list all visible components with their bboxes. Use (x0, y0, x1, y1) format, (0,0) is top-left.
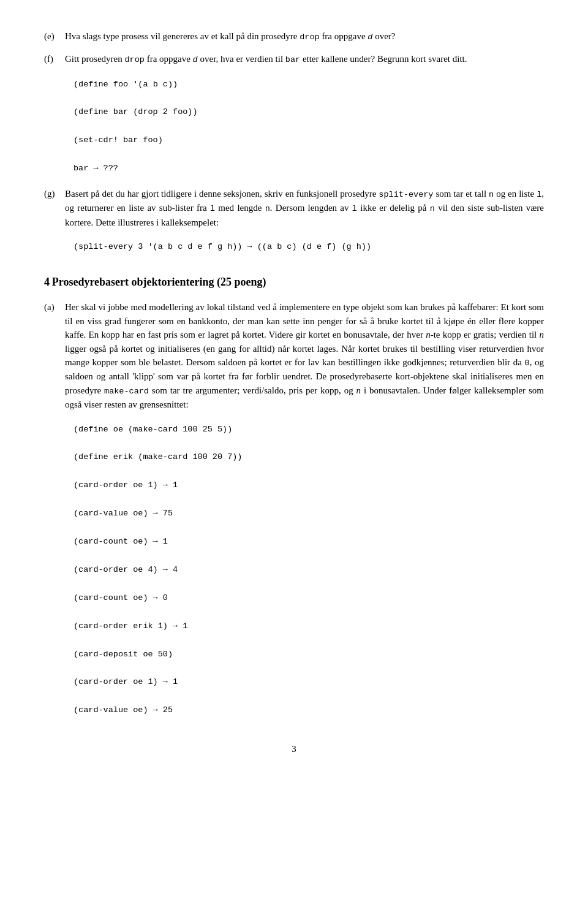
code-4a-line-13: (card-count oe) → 0 (74, 591, 544, 605)
text-4a-5: som tar tre argumenter; verdi/saldo, pri… (149, 385, 356, 395)
label-f: (f) (44, 52, 61, 66)
code-4a-line-6 (74, 493, 544, 507)
code-4a-line-11: (card-order oe 4) → 4 (74, 563, 544, 577)
italic-n-2: n (540, 330, 545, 340)
question-g: (g) Basert på det du har gjort tidligere… (44, 187, 544, 229)
code-line-f-2 (74, 91, 544, 105)
code-4a-line-1: (define oe (make-card 100 25 5)) (74, 423, 544, 437)
text-g-1: Basert på det du har gjort tidligere i d… (65, 189, 379, 199)
code-foo-highlight: foo (113, 80, 128, 89)
code-0: 0 (525, 359, 530, 368)
code-drop-f: drop (124, 55, 144, 64)
code-4a-line-5: (card-order oe 1) → 1 (74, 479, 544, 493)
code-4a-line-18 (74, 661, 544, 675)
text-g-6: . Dersom lengden av (270, 203, 352, 213)
code-4a-line-3: (define erik (make-card 100 20 7)) (74, 450, 544, 465)
label-e: (e) (44, 29, 61, 44)
code-4a-line-12 (74, 577, 544, 591)
content-e: Hva slags type prosess vil genereres av … (65, 29, 544, 44)
code-line-f-4 (74, 120, 544, 134)
code-4a-line-17: (card-deposit oe 50) (74, 648, 544, 662)
text-e-1: Hva slags type prosess vil genereres av … (65, 31, 300, 41)
code-4a-line-21: (card-value oe) → 25 (74, 704, 544, 718)
section-4-heading: 4 Prosedyrebasert objektorientering (25 … (44, 274, 544, 290)
code-n-g: n (489, 190, 494, 199)
italic-n-1: n (426, 330, 431, 340)
page-number: 3 (44, 742, 544, 756)
code-l3-g: l (352, 204, 357, 213)
code-line-f-5: (set-cdr! bar foo) (74, 134, 544, 148)
content-g: Basert på det du har gjort tidligere i d… (65, 187, 544, 229)
code-4a-line-14 (74, 605, 544, 620)
text-e-2: fra oppgave (320, 31, 368, 41)
code-4a-line-7: (card-value oe) → 75 (74, 507, 544, 521)
code-line-f-7: bar → ??? (74, 162, 544, 176)
code-block-f: (define foo '(a b c)) (define bar (drop … (74, 78, 544, 176)
content-f: Gitt prosedyren drop fra oppgave d over,… (65, 52, 544, 66)
code-4a-line-8 (74, 521, 544, 535)
code-4a-line-16 (74, 634, 544, 648)
code-4a-line-2 (74, 436, 544, 450)
text-g-7: ikke er delelig på (357, 203, 430, 213)
code-n2-g: n (265, 204, 270, 213)
code-4a-line-10 (74, 549, 544, 563)
code-l2-g: l (210, 204, 215, 213)
code-n3-g: n (430, 204, 435, 213)
question-4a: (a) Her skal vi jobbe med modellering av… (44, 300, 544, 412)
section-4-title-text: Prosedyrebasert objektorientering (25 po… (52, 276, 266, 288)
label-4a: (a) (44, 300, 61, 412)
text-g-5: med lengde (215, 203, 265, 213)
text-4a-3: ligger også på kortet og initialiseres (… (65, 344, 544, 368)
section-4-title: 4 (44, 276, 50, 288)
italic-n-3: n (356, 385, 361, 395)
code-drop-e: drop (300, 32, 319, 42)
text-e-3: over? (372, 31, 395, 41)
code-bar-f: bar (285, 55, 300, 64)
text-f-1: Gitt prosedyren (65, 54, 124, 64)
text-f-3: over, hva er verdien til (198, 54, 285, 64)
code-4a-line-15: (card-order erik 1) → 1 (74, 620, 544, 634)
text-g-3: og en liste (494, 189, 537, 199)
code-4a-line-9: (card-count oe) → 1 (74, 535, 544, 549)
code-line-f-6 (74, 148, 544, 162)
code-split-every: split-every (379, 190, 433, 199)
text-4a-2: -te kopp er gratis; verdien til (431, 330, 540, 340)
content-4a: Her skal vi jobbe med modellering av lok… (65, 300, 544, 412)
text-f-2: fra oppgave (145, 54, 193, 64)
code-4a-line-4 (74, 465, 544, 479)
code-block-4a: (define oe (make-card 100 25 5)) (define… (74, 423, 544, 718)
code-4a-line-19: (card-order oe 1) → 1 (74, 675, 544, 689)
code-4a-line-20 (74, 689, 544, 704)
question-f: (f) Gitt prosedyren drop fra oppgave d o… (44, 52, 544, 66)
code-block-g: (split-every 3 '(a b c d e f g h)) → ((a… (74, 240, 544, 254)
question-e: (e) Hva slags type prosess vil genereres… (44, 29, 544, 44)
code-d-f: d (193, 55, 198, 64)
text-f-4: etter kallene under? Begrunn kort svaret… (300, 54, 467, 64)
code-line-f-3: (define bar (drop 2 foo)) (74, 105, 544, 120)
code-line-f-1: (define foo '(a b c)) (74, 78, 544, 92)
label-g: (g) (44, 187, 61, 229)
text-g-2: som tar et tall (433, 189, 489, 199)
code-line-g-1: (split-every 3 '(a b c d e f g h)) → ((a… (74, 240, 544, 254)
code-make-card: make-card (104, 387, 149, 396)
